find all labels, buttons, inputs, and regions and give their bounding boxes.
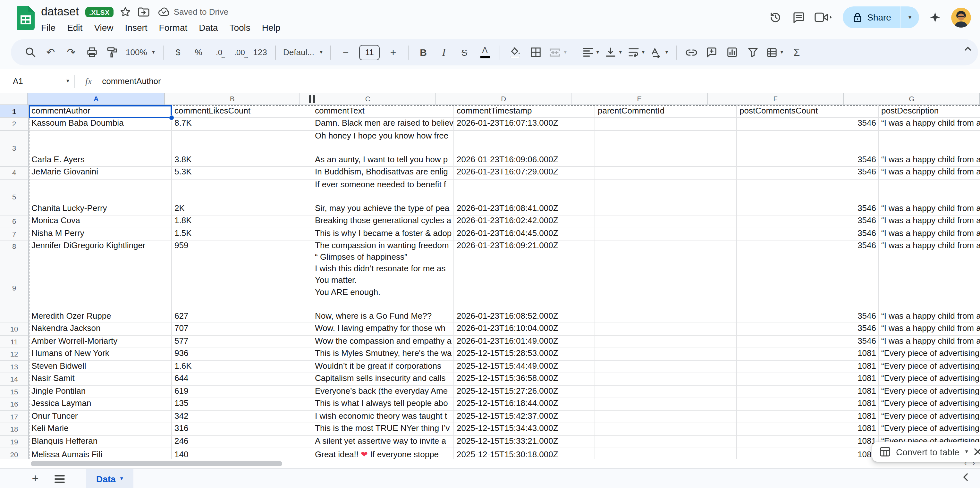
- cell-G5[interactable]: “I was a happy child from about: [879, 179, 980, 215]
- cell-D7[interactable]: 2026-01-23T16:04:45.000Z: [454, 228, 595, 240]
- cell-A3[interactable]: Carla E. Ayers: [29, 130, 172, 167]
- fill-color-button[interactable]: [508, 44, 522, 60]
- cell-A18[interactable]: Keli Marie: [29, 423, 172, 436]
- cell-F19[interactable]: 1081: [737, 436, 879, 448]
- vertical-align-button[interactable]: ▾: [605, 44, 622, 60]
- format-currency-button[interactable]: $: [171, 44, 185, 60]
- formula-input[interactable]: commentAuthor: [102, 76, 161, 86]
- cell-B8[interactable]: 959: [172, 240, 312, 253]
- row-header-12[interactable]: 12: [0, 348, 29, 361]
- row-header-8[interactable]: 8: [0, 240, 29, 253]
- insert-comment-button[interactable]: [705, 44, 719, 60]
- cell-C17[interactable]: I wish economic theory was taught t: [312, 411, 454, 423]
- cell-C11[interactable]: Wow the compassion and empathy a: [312, 336, 454, 348]
- row-header-10[interactable]: 10: [0, 323, 29, 336]
- row-header-17[interactable]: 17: [0, 411, 29, 423]
- column-header-D[interactable]: D: [436, 93, 572, 105]
- cell-E16[interactable]: [595, 398, 737, 411]
- cell-C20[interactable]: Great idea!! ❤ If everyone stoppe: [312, 448, 454, 459]
- row-header-1[interactable]: 1: [0, 105, 29, 118]
- column-header-F[interactable]: F: [708, 93, 844, 105]
- undo-button[interactable]: ↶: [44, 44, 58, 60]
- cell-F6[interactable]: 3546: [737, 215, 879, 228]
- column-header-A[interactable]: A: [28, 93, 165, 105]
- cell-C13[interactable]: Wouldn’t it be great if corporations: [312, 361, 454, 373]
- search-button[interactable]: [23, 44, 37, 60]
- cell-C15[interactable]: Everyone’s back (the everyday Ame: [312, 386, 454, 398]
- row-header-14[interactable]: 14: [0, 373, 29, 386]
- cell-D8[interactable]: 2026-01-23T16:09:21.000Z: [454, 240, 595, 253]
- cell-B1[interactable]: commentLikesCount: [172, 105, 312, 118]
- text-color-button[interactable]: A: [478, 44, 492, 60]
- collapse-toolbar-icon[interactable]: [963, 44, 974, 54]
- cell-C2[interactable]: Damn. Black men are raised to believe: [312, 118, 454, 130]
- row-header-11[interactable]: 11: [0, 336, 29, 348]
- add-sheet-icon[interactable]: +: [25, 469, 45, 488]
- row-header-13[interactable]: 13: [0, 361, 29, 373]
- strikethrough-button[interactable]: S: [457, 44, 471, 60]
- row-header-2[interactable]: 2: [0, 118, 29, 130]
- cell-B6[interactable]: 1.8K: [172, 215, 312, 228]
- cell-G15[interactable]: “Every piece of advertising direc: [879, 386, 980, 398]
- cell-F1[interactable]: postCommentsCount: [737, 105, 879, 118]
- cell-A20[interactable]: Melissa Aumais Fili: [29, 448, 172, 459]
- convert-dropdown-icon[interactable]: ▾: [965, 449, 968, 455]
- cell-D9[interactable]: 2026-01-23T16:08:52.000Z: [454, 253, 595, 323]
- cell-F13[interactable]: 1081: [737, 361, 879, 373]
- cell-D15[interactable]: 2025-12-15T15:27:26.000Z: [454, 386, 595, 398]
- cell-C14[interactable]: Capitalism sells insecurity and calls: [312, 373, 454, 386]
- cell-G3[interactable]: “I was a happy child from about: [879, 130, 980, 167]
- decrease-decimal-places-button[interactable]: .0←: [212, 44, 226, 60]
- cell-B16[interactable]: 135: [172, 398, 312, 411]
- cell-E10[interactable]: [595, 323, 737, 336]
- cell-A13[interactable]: Steven Bidwell: [29, 361, 172, 373]
- cell-E3[interactable]: [595, 130, 737, 167]
- document-title[interactable]: dataset: [41, 5, 79, 19]
- star-icon[interactable]: [120, 6, 132, 17]
- cell-D19[interactable]: 2025-12-15T15:33:21.000Z: [454, 436, 595, 448]
- format-percent-button[interactable]: %: [191, 44, 205, 60]
- cell-D6[interactable]: 2026-01-23T16:02:42.000Z: [454, 215, 595, 228]
- row-header-4[interactable]: 4: [0, 167, 29, 179]
- cell-A15[interactable]: Jingle Pontilan: [29, 386, 172, 398]
- cell-D14[interactable]: 2025-12-15T15:36:58.000Z: [454, 373, 595, 386]
- cell-E2[interactable]: [595, 118, 737, 130]
- menu-help[interactable]: Help: [256, 21, 286, 35]
- row-header-9[interactable]: 9: [0, 253, 29, 323]
- cell-A14[interactable]: Nasir Samit: [29, 373, 172, 386]
- cell-D2[interactable]: 2026-01-23T16:07:13.000Z: [454, 118, 595, 130]
- menu-edit[interactable]: Edit: [61, 21, 88, 35]
- cell-D3[interactable]: 2026-01-23T16:09:06.000Z: [454, 130, 595, 167]
- insert-link-button[interactable]: [684, 44, 698, 60]
- cell-G12[interactable]: “Every piece of advertising direc: [879, 348, 980, 361]
- cell-E1[interactable]: parentCommentId: [595, 105, 737, 118]
- row-header-19[interactable]: 19: [0, 436, 29, 448]
- cell-B2[interactable]: 8.7K: [172, 118, 312, 130]
- cell-E11[interactable]: [595, 336, 737, 348]
- share-dropdown-icon[interactable]: ▾: [901, 14, 919, 20]
- cell-A19[interactable]: Blanquis Hefferan: [29, 436, 172, 448]
- cell-B19[interactable]: 246: [172, 436, 312, 448]
- cell-F15[interactable]: 1081: [737, 386, 879, 398]
- cell-G9[interactable]: “I was a happy child from about: [879, 253, 980, 323]
- row-header-5[interactable]: 5: [0, 179, 29, 215]
- convert-to-table-button[interactable]: Convert to table: [896, 447, 959, 457]
- cell-A4[interactable]: JeMarie Giovanini: [29, 167, 172, 179]
- cell-C6[interactable]: Breaking those generational cycles a: [312, 215, 454, 228]
- cell-A1[interactable]: commentAuthor: [29, 105, 172, 118]
- cell-G18[interactable]: “Every piece of advertising direc: [879, 423, 980, 436]
- menu-format[interactable]: Format: [153, 21, 193, 35]
- cell-C9[interactable]: “ Glimpses of happiness”I wish this didn…: [312, 253, 454, 323]
- column-header-C[interactable]: C: [300, 93, 436, 105]
- font-size-button[interactable]: 11: [359, 44, 380, 60]
- cell-F14[interactable]: 1081: [737, 373, 879, 386]
- cell-D16[interactable]: 2025-12-15T16:18:44.000Z: [454, 398, 595, 411]
- text-wrap-button[interactable]: ▾: [628, 44, 644, 60]
- cell-A12[interactable]: Humans of New York: [29, 348, 172, 361]
- cell-A11[interactable]: Amber Worrell-Moriarty: [29, 336, 172, 348]
- horizontal-scrollbar[interactable]: [31, 461, 282, 466]
- zoom-level-button[interactable]: 100%▾: [126, 44, 155, 60]
- cell-B18[interactable]: 316: [172, 423, 312, 436]
- cell-G13[interactable]: “Every piece of advertising direc: [879, 361, 980, 373]
- cell-C4[interactable]: In Buddhism, Bhodisattvas are enlig: [312, 167, 454, 179]
